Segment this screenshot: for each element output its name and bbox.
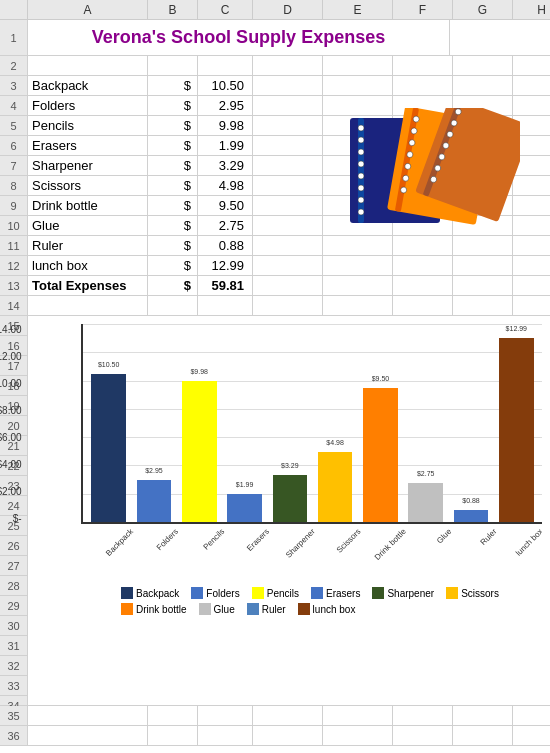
cell-11b: $ — [148, 236, 198, 255]
legend-item-2: Pencils — [252, 587, 299, 599]
legend-color-0 — [121, 587, 133, 599]
cell-1h — [450, 20, 507, 55]
cell-14d — [253, 296, 323, 315]
cell-11a: Ruler — [28, 236, 148, 255]
row-35: 35 — [0, 706, 550, 726]
cell-12d — [253, 256, 323, 275]
cell-35a — [28, 706, 148, 725]
cell-6b: $ — [148, 136, 198, 155]
legend-label-2: Pencils — [267, 588, 299, 599]
bar-fill-5: $4.98 — [318, 452, 353, 522]
row-num-14: 14 — [0, 296, 28, 315]
cell-10d — [253, 216, 323, 235]
legend-label-6: Drink bottle — [136, 604, 187, 615]
bar-fill-0: $10.50 — [91, 374, 126, 523]
cell-3g — [453, 76, 513, 95]
cell-13c: 59.81 — [198, 276, 253, 295]
cell-5c: 9.98 — [198, 116, 253, 135]
bar-value-label-9: $12.99 — [506, 325, 527, 332]
y-axis-labels: $14.00 $12.00 $10.00 $8.00 $6.00 $4.00 $… — [0, 324, 22, 524]
cell-35c — [198, 706, 253, 725]
bar-folders: $2.95 — [132, 324, 175, 522]
legend-item-4: Sharpener — [372, 587, 434, 599]
chart-content-cell: $14.00 $12.00 $10.00 $8.00 $6.00 $4.00 $… — [28, 316, 550, 705]
row-num-2: 2 — [0, 56, 28, 75]
legend-label-9: lunch box — [313, 604, 356, 615]
cell-5b: $ — [148, 116, 198, 135]
cell-8c: 4.98 — [198, 176, 253, 195]
row-13-total: 13 Total Expenses $ 59.81 — [0, 276, 550, 296]
cell-36a — [28, 726, 148, 745]
cell-3d — [253, 76, 323, 95]
notebooks-svg — [350, 108, 520, 228]
cell-8a: Scissors — [28, 176, 148, 195]
legend-color-5 — [446, 587, 458, 599]
legend-color-7 — [199, 603, 211, 615]
cell-12b: $ — [148, 256, 198, 275]
row-num-7: 7 — [0, 156, 28, 175]
row-num-12: 12 — [0, 256, 28, 275]
legend-color-2 — [252, 587, 264, 599]
bar-fill-1: $2.95 — [137, 480, 172, 522]
cell-3c: 10.50 — [198, 76, 253, 95]
cell-9c: 9.50 — [198, 196, 253, 215]
row-14: 14 — [0, 296, 550, 316]
cell-9d — [253, 196, 323, 215]
legend-label-7: Glue — [214, 604, 235, 615]
legend-color-4 — [372, 587, 384, 599]
legend-item-5: Scissors — [446, 587, 499, 599]
bar-fill-6: $9.50 — [363, 388, 398, 522]
notebooks-decoration — [350, 108, 520, 228]
cell-2g — [453, 56, 513, 75]
row-num-1: 1 — [0, 20, 28, 55]
cell-4b: $ — [148, 96, 198, 115]
cell-14h — [513, 296, 550, 315]
bar-drink-bottle: $9.50 — [359, 324, 402, 522]
row-num-8: 8 — [0, 176, 28, 195]
cell-13h — [513, 276, 550, 295]
cell-13a: Total Expenses — [28, 276, 148, 295]
cell-14f — [393, 296, 453, 315]
bar-pencils: $9.98 — [178, 324, 221, 522]
legend-label-5: Scissors — [461, 588, 499, 599]
cell-9a: Drink bottle — [28, 196, 148, 215]
bar-value-label-4: $3.29 — [281, 462, 299, 469]
row-num-36: 36 — [0, 726, 28, 745]
cell-2c — [198, 56, 253, 75]
legend-item-3: Erasers — [311, 587, 360, 599]
cell-3b: $ — [148, 76, 198, 95]
cell-3f — [393, 76, 453, 95]
legend-item-8: Ruler — [247, 603, 286, 615]
col-header-g: G — [453, 0, 513, 19]
row-36: 36 — [0, 726, 550, 746]
legend-color-3 — [311, 587, 323, 599]
svg-point-5 — [358, 161, 364, 167]
cell-11g — [453, 236, 513, 255]
x-label-9: lunch box — [514, 527, 542, 558]
cell-7a: Sharpener — [28, 156, 148, 175]
spreadsheet: A B C D E F G H 1 Verona's School Supply… — [0, 0, 550, 753]
row-num-35: 35 — [0, 706, 28, 725]
cell-14c — [198, 296, 253, 315]
bar-value-label-8: $0.88 — [462, 497, 480, 504]
cell-10c: 2.75 — [198, 216, 253, 235]
cell-6c: 1.99 — [198, 136, 253, 155]
row-num-3: 3 — [0, 76, 28, 95]
cell-12g — [453, 256, 513, 275]
cell-2d — [253, 56, 323, 75]
cell-7b: $ — [148, 156, 198, 175]
bar-value-label-5: $4.98 — [326, 439, 344, 446]
bar-fill-9: $12.99 — [499, 338, 534, 522]
row-11: 11 Ruler $ 0.88 — [0, 236, 550, 256]
legend-label-1: Folders — [206, 588, 239, 599]
legend-item-9: lunch box — [298, 603, 356, 615]
bar-backpack: $10.50 — [87, 324, 130, 522]
row-num-10: 10 — [0, 216, 28, 235]
bar-fill-4: $3.29 — [273, 475, 308, 522]
row-num-4: 4 — [0, 96, 28, 115]
legend-item-0: Backpack — [121, 587, 179, 599]
cell-11e — [323, 236, 393, 255]
bar-fill-7: $2.75 — [408, 483, 443, 522]
bar-ruler: $0.88 — [449, 324, 492, 522]
row-1: 1 Verona's School Supply Expenses — [0, 20, 550, 56]
